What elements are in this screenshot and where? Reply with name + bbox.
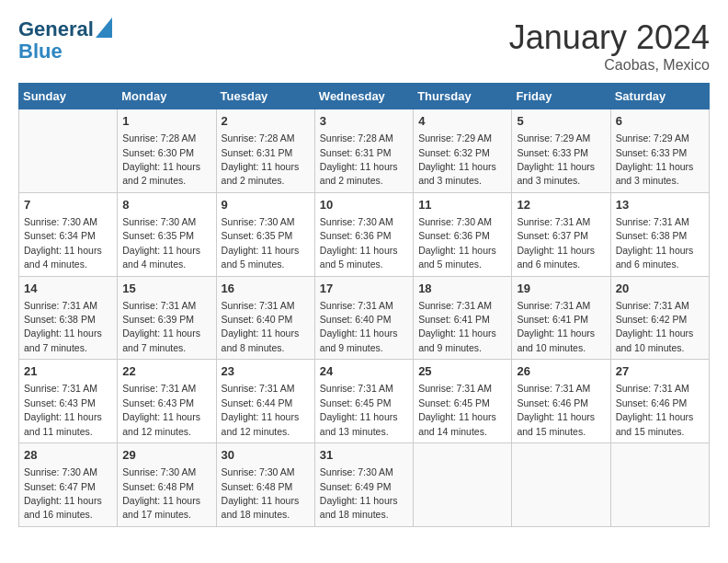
calendar-cell: 11Sunrise: 7:30 AMSunset: 6:36 PMDayligh…: [414, 192, 512, 276]
day-number: 29: [122, 447, 210, 464]
calendar-cell: 25Sunrise: 7:31 AMSunset: 6:45 PMDayligh…: [414, 360, 512, 443]
title-section: January 2024 Caobas, Mexico: [509, 18, 710, 74]
day-number: 19: [517, 281, 605, 297]
day-info: Sunrise: 7:31 AMSunset: 6:43 PMDaylight:…: [122, 383, 200, 436]
day-number: 12: [517, 197, 605, 213]
day-info: Sunrise: 7:30 AMSunset: 6:48 PMDaylight:…: [222, 466, 300, 520]
logo: General Blue: [18, 18, 112, 63]
calendar-week-1: 7Sunrise: 7:30 AMSunset: 6:34 PMDaylight…: [19, 192, 710, 276]
page-header: General Blue January 2024 Caobas, Mexico: [18, 18, 710, 74]
day-number: 30: [222, 447, 310, 464]
day-number: 21: [24, 363, 112, 380]
svg-marker-0: [96, 17, 112, 38]
day-info: Sunrise: 7:30 AMSunset: 6:35 PMDaylight:…: [122, 216, 200, 270]
calendar-cell: 9Sunrise: 7:30 AMSunset: 6:35 PMDaylight…: [216, 192, 314, 276]
header-friday: Friday: [512, 84, 610, 109]
day-info: Sunrise: 7:31 AMSunset: 6:39 PMDaylight:…: [122, 300, 200, 353]
calendar-cell: [610, 443, 709, 527]
day-info: Sunrise: 7:28 AMSunset: 6:31 PMDaylight:…: [320, 132, 398, 186]
day-info: Sunrise: 7:31 AMSunset: 6:41 PMDaylight:…: [517, 300, 595, 353]
calendar-cell: 15Sunrise: 7:31 AMSunset: 6:39 PMDayligh…: [118, 276, 216, 360]
calendar-cell: 27Sunrise: 7:31 AMSunset: 6:46 PMDayligh…: [610, 360, 709, 443]
calendar-cell: [19, 109, 118, 193]
logo-blue: Blue: [18, 40, 63, 63]
calendar-cell: 24Sunrise: 7:31 AMSunset: 6:45 PMDayligh…: [314, 360, 413, 443]
calendar-week-3: 21Sunrise: 7:31 AMSunset: 6:43 PMDayligh…: [19, 360, 710, 443]
calendar-cell: 2Sunrise: 7:28 AMSunset: 6:31 PMDaylight…: [216, 109, 314, 193]
day-info: Sunrise: 7:31 AMSunset: 6:46 PMDaylight:…: [517, 383, 595, 436]
calendar-cell: 6Sunrise: 7:29 AMSunset: 6:33 PMDaylight…: [610, 109, 709, 193]
day-number: 31: [320, 447, 408, 464]
day-info: Sunrise: 7:31 AMSunset: 6:38 PMDaylight:…: [616, 216, 694, 270]
calendar-cell: 7Sunrise: 7:30 AMSunset: 6:34 PMDaylight…: [19, 192, 118, 276]
day-info: Sunrise: 7:31 AMSunset: 6:40 PMDaylight:…: [222, 300, 300, 353]
calendar-cell: 31Sunrise: 7:30 AMSunset: 6:49 PMDayligh…: [314, 443, 413, 527]
header-sunday: Sunday: [19, 84, 118, 109]
day-number: 4: [418, 113, 506, 130]
calendar-cell: 22Sunrise: 7:31 AMSunset: 6:43 PMDayligh…: [118, 360, 216, 443]
day-info: Sunrise: 7:31 AMSunset: 6:46 PMDaylight:…: [616, 383, 694, 436]
calendar-week-0: 1Sunrise: 7:28 AMSunset: 6:30 PMDaylight…: [19, 109, 710, 193]
day-info: Sunrise: 7:31 AMSunset: 6:37 PMDaylight:…: [517, 216, 595, 270]
calendar-cell: 4Sunrise: 7:29 AMSunset: 6:32 PMDaylight…: [414, 109, 512, 193]
calendar-cell: 26Sunrise: 7:31 AMSunset: 6:46 PMDayligh…: [512, 360, 610, 443]
calendar-week-4: 28Sunrise: 7:30 AMSunset: 6:47 PMDayligh…: [19, 443, 710, 527]
calendar-cell: 8Sunrise: 7:30 AMSunset: 6:35 PMDaylight…: [118, 192, 216, 276]
day-info: Sunrise: 7:31 AMSunset: 6:44 PMDaylight:…: [222, 383, 300, 436]
day-info: Sunrise: 7:31 AMSunset: 6:45 PMDaylight:…: [320, 383, 398, 436]
day-info: Sunrise: 7:31 AMSunset: 6:41 PMDaylight:…: [418, 300, 496, 353]
day-number: 26: [517, 363, 605, 380]
logo-triangle-icon: [96, 17, 112, 38]
day-number: 20: [616, 281, 704, 297]
day-number: 16: [222, 281, 310, 297]
day-number: 13: [616, 197, 704, 213]
calendar-cell: 17Sunrise: 7:31 AMSunset: 6:40 PMDayligh…: [314, 276, 413, 360]
day-info: Sunrise: 7:29 AMSunset: 6:33 PMDaylight:…: [616, 132, 694, 186]
calendar-cell: 10Sunrise: 7:30 AMSunset: 6:36 PMDayligh…: [314, 192, 413, 276]
day-info: Sunrise: 7:30 AMSunset: 6:49 PMDaylight:…: [320, 466, 398, 520]
calendar-cell: 20Sunrise: 7:31 AMSunset: 6:42 PMDayligh…: [610, 276, 709, 360]
day-info: Sunrise: 7:29 AMSunset: 6:33 PMDaylight:…: [517, 132, 595, 186]
day-number: 6: [616, 113, 704, 130]
day-number: 10: [320, 197, 408, 213]
calendar-cell: [512, 443, 610, 527]
day-info: Sunrise: 7:30 AMSunset: 6:36 PMDaylight:…: [418, 216, 496, 270]
calendar-cell: 5Sunrise: 7:29 AMSunset: 6:33 PMDaylight…: [512, 109, 610, 193]
calendar-cell: 30Sunrise: 7:30 AMSunset: 6:48 PMDayligh…: [216, 443, 314, 527]
day-number: 18: [418, 281, 506, 297]
header-saturday: Saturday: [610, 84, 709, 109]
day-number: 27: [616, 363, 704, 380]
day-number: 3: [320, 113, 408, 130]
day-number: 25: [418, 363, 506, 380]
day-number: 11: [418, 197, 506, 213]
calendar-cell: 13Sunrise: 7:31 AMSunset: 6:38 PMDayligh…: [610, 192, 709, 276]
day-number: 9: [222, 197, 310, 213]
day-info: Sunrise: 7:30 AMSunset: 6:35 PMDaylight:…: [222, 216, 300, 270]
calendar-cell: 21Sunrise: 7:31 AMSunset: 6:43 PMDayligh…: [19, 360, 118, 443]
calendar-cell: 14Sunrise: 7:31 AMSunset: 6:38 PMDayligh…: [19, 276, 118, 360]
day-info: Sunrise: 7:31 AMSunset: 6:38 PMDaylight:…: [24, 300, 102, 353]
header-tuesday: Tuesday: [216, 84, 314, 109]
calendar-cell: 19Sunrise: 7:31 AMSunset: 6:41 PMDayligh…: [512, 276, 610, 360]
day-number: 17: [320, 281, 408, 297]
day-info: Sunrise: 7:28 AMSunset: 6:30 PMDaylight:…: [122, 132, 200, 186]
day-number: 14: [24, 281, 112, 297]
calendar-cell: 23Sunrise: 7:31 AMSunset: 6:44 PMDayligh…: [216, 360, 314, 443]
header-row: SundayMondayTuesdayWednesdayThursdayFrid…: [19, 84, 710, 109]
calendar-week-2: 14Sunrise: 7:31 AMSunset: 6:38 PMDayligh…: [19, 276, 710, 360]
day-number: 24: [320, 363, 408, 380]
day-number: 23: [222, 363, 310, 380]
calendar-cell: 16Sunrise: 7:31 AMSunset: 6:40 PMDayligh…: [216, 276, 314, 360]
day-number: 22: [122, 363, 210, 380]
day-info: Sunrise: 7:28 AMSunset: 6:31 PMDaylight:…: [222, 132, 300, 186]
day-number: 7: [24, 197, 112, 213]
header-wednesday: Wednesday: [314, 84, 413, 109]
day-info: Sunrise: 7:29 AMSunset: 6:32 PMDaylight:…: [418, 132, 496, 186]
day-number: 15: [122, 281, 210, 297]
day-number: 8: [122, 197, 210, 213]
day-info: Sunrise: 7:30 AMSunset: 6:48 PMDaylight:…: [122, 466, 200, 520]
day-info: Sunrise: 7:30 AMSunset: 6:34 PMDaylight:…: [24, 216, 102, 270]
month-title: January 2024: [509, 18, 710, 57]
location-title: Caobas, Mexico: [509, 57, 710, 74]
calendar-cell: 28Sunrise: 7:30 AMSunset: 6:47 PMDayligh…: [19, 443, 118, 527]
